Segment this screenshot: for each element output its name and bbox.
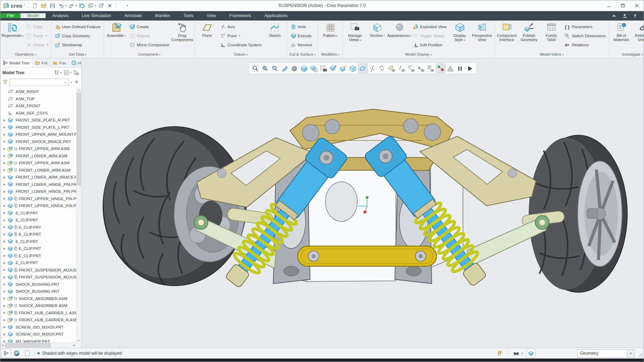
relations-button[interactable]: d=Relations (563, 40, 607, 49)
spin-center-button[interactable] (436, 64, 445, 73)
minimize-button[interactable] (602, 0, 616, 11)
tab-view[interactable]: View (200, 13, 223, 18)
customize-quick-access-caret[interactable]: ▾ (127, 4, 128, 7)
csys-display-button[interactable] (416, 64, 426, 73)
drag-components-button[interactable]: Drag Components (172, 22, 193, 42)
tree-item[interactable]: ▶E_CLIP.PRT (0, 217, 81, 224)
tree-search-input[interactable] (11, 80, 64, 85)
expand-arrow-icon[interactable]: ▶ (3, 247, 6, 250)
navigator-tab-history[interactable]: His (69, 58, 81, 68)
redo-caret[interactable]: ▾ (76, 4, 77, 7)
save-button[interactable] (48, 2, 56, 9)
close-button[interactable] (630, 0, 644, 11)
activate-window-button[interactable] (97, 2, 105, 9)
group-label-operations[interactable]: Operations▾ (0, 51, 51, 58)
datum-display-filters-button[interactable] (377, 64, 387, 73)
navigator-tab-folder[interactable]: Fol (32, 58, 50, 68)
display-style-quick-button[interactable] (329, 64, 338, 73)
expand-arrow-icon[interactable]: ▶ (3, 290, 6, 293)
model-tree-toggle-button[interactable] (2, 349, 11, 358)
revolve-button[interactable]: Revolve (289, 40, 314, 49)
pause-button[interactable] (455, 64, 465, 73)
expand-arrow-icon[interactable]: ▶ (3, 304, 6, 307)
tree-item[interactable]: ▶FRONT_SIDE_PLATE_R.PRT (0, 117, 81, 124)
tree-item[interactable]: ▶FRONT_LOWER_ARM.ASM (0, 152, 81, 160)
select-items-button[interactable] (526, 349, 535, 358)
expand-arrow-icon[interactable]: ▶ (3, 261, 6, 265)
maximize-button[interactable] (616, 0, 630, 11)
tree-item[interactable]: ASM_FRONT (0, 102, 81, 110)
tab-file[interactable]: File (0, 13, 21, 18)
web-browser-button[interactable] (12, 349, 21, 358)
hole-button[interactable]: Hole (289, 22, 314, 31)
regenerate-button[interactable]: Regenerate▾ (2, 22, 23, 38)
tree-item[interactable]: ▶FRONT_UPPER_ARM_MOUNT.PRT (0, 131, 81, 138)
expand-arrow-icon[interactable]: ▶ (3, 140, 6, 143)
extrude-button[interactable]: Extrude (289, 31, 314, 40)
repaint-button[interactable] (280, 64, 289, 73)
expand-arrow-icon[interactable]: ▶ (3, 183, 6, 186)
saved-orientations-button[interactable] (309, 64, 319, 73)
help-icon[interactable]: ? (630, 11, 640, 21)
view-manager-button[interactable] (319, 64, 328, 73)
group-label-model-intent[interactable]: Model Intent▾ (495, 51, 609, 58)
expand-arrow-icon[interactable]: ▶ (3, 318, 6, 322)
axis-button[interactable]: Axis (219, 22, 264, 31)
tree-item[interactable]: ▶SHOCK_BUSHING.PRT (0, 288, 81, 295)
tree-item[interactable]: ▶E_CLIP.PRT (0, 245, 81, 252)
expand-arrow-icon[interactable]: ▶ (3, 154, 6, 157)
window-switch-caret[interactable]: ▾ (95, 4, 96, 7)
expand-arrow-icon[interactable]: ▶ (3, 254, 6, 257)
standard-orientation-button[interactable] (299, 64, 309, 73)
tab-applications[interactable]: Applications (258, 13, 294, 18)
tree-item[interactable]: ▶E_CLIP.PRT (0, 210, 81, 217)
appearances-button[interactable]: Appearances▾ (389, 22, 410, 38)
group-label-cut-surface[interactable]: Cut & Surface▾ (287, 51, 318, 58)
tree-item[interactable]: ▶FRONT_SIDE_PLATE_L.PRT (0, 124, 81, 131)
collapse-ribbon-icon[interactable] (609, 11, 619, 21)
exploded-view-button[interactable]: Exploded View (411, 22, 448, 31)
tree-item[interactable]: ▶FRONT_SUSPENSION_ADJUSTMENT_ (0, 267, 81, 274)
expand-arrow-icon[interactable]: ▶ (3, 276, 6, 279)
user-account-icon[interactable] (619, 11, 630, 21)
expand-arrow-icon[interactable]: ▶ (3, 147, 6, 150)
tree-item[interactable]: ▶SCREW_ISO_M3X20.PRT (0, 331, 81, 338)
tree-item[interactable]: ▶FRONT_LOWER_ARM_BRACE.PRT (0, 174, 81, 181)
transparent-shading-button[interactable] (348, 64, 358, 73)
tree-item[interactable]: ▶E_CLIP.PRT (0, 252, 81, 260)
plane-display-button[interactable] (358, 64, 367, 73)
edit-position-button[interactable]: Edit Position (411, 40, 448, 49)
tree-item[interactable]: ▶SHOCK_ABSORBER.ASM (0, 295, 81, 302)
selection-filter-caret[interactable]: ▼ (627, 349, 635, 357)
group-label-datum[interactable]: Datum▾ (195, 51, 287, 58)
new-file-button[interactable] (31, 2, 39, 9)
expand-arrow-icon[interactable]: ▶ (3, 219, 6, 222)
pattern-button[interactable]: Pattern▾ (320, 22, 341, 38)
tree-item[interactable]: ▶FRONT_SUSPENSION_ADJUSTMENT_ (0, 274, 81, 281)
search-dropdown-caret[interactable]: ▾ (70, 81, 73, 84)
expand-arrow-icon[interactable]: ▶ (3, 197, 6, 200)
tree-item[interactable]: ▶SHOCK_BUSHING.PRT (0, 281, 81, 288)
family-table-button[interactable]: Family Table (541, 22, 562, 42)
copy-geometry-button[interactable]: Copy Geometry (53, 31, 102, 40)
annotation-display-button[interactable] (426, 64, 435, 73)
bill-of-materials-button[interactable]: iBill of Materials (611, 22, 632, 42)
plane-button[interactable]: Plane (196, 22, 218, 38)
tab-live-simulation[interactable]: Live Simulation (75, 13, 118, 18)
navigator-tab-favorites[interactable]: Fav (50, 58, 69, 68)
expand-arrow-icon[interactable]: ▶ (3, 162, 6, 165)
tab-analysis[interactable]: Analysis (46, 13, 75, 18)
zoom-in-button[interactable] (260, 64, 270, 73)
resume-button[interactable] (465, 64, 474, 73)
tree-item[interactable]: ▶FRONT_UPPER_HINGE_PIN.PRT (0, 202, 81, 210)
tab-tools[interactable]: Tools (177, 13, 200, 18)
reference-viewer-button[interactable]: iReference Viewer (633, 22, 644, 42)
tree-item[interactable]: ▶FRONT_UPPER_ARM.ASM (0, 159, 81, 167)
clear-search-icon[interactable]: × (64, 80, 67, 85)
coordinate-system-button[interactable]: Coordinate System (219, 40, 264, 49)
tree-item[interactable]: ▶E_CLIP.PRT (0, 224, 81, 231)
expand-arrow-icon[interactable]: ▶ (3, 126, 6, 129)
tree-item[interactable]: ▶FRONT_LOWER_HINGE_PIN.PRT (0, 181, 81, 188)
group-label-modifiers[interactable]: Modifiers▾ (318, 51, 343, 58)
create-button[interactable]: Create (128, 22, 171, 31)
